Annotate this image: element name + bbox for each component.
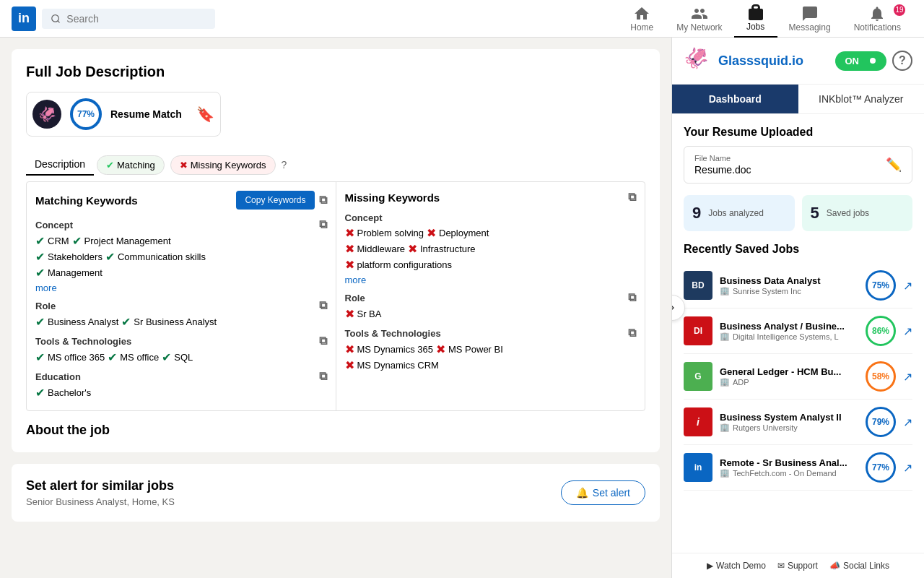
set-alert-button[interactable]: 🔔 Set alert <box>561 480 645 505</box>
missing-concept-label: Concept <box>345 212 383 223</box>
copy-icon-edu[interactable]: ⧉ <box>319 370 327 383</box>
tab-missing-keywords[interactable]: ✖ Missing Keywords <box>170 155 276 175</box>
help-icon[interactable]: ? <box>282 159 287 171</box>
company-name-2: Digital Intelligence Systems, L <box>733 332 839 341</box>
matching-edu-items: ✔ Bachelor's <box>35 386 327 400</box>
glasssquid-logo: 🦑 Glasssquid.io <box>684 46 803 75</box>
file-name: Resume.doc <box>694 164 751 176</box>
nav-messaging[interactable]: Messaging <box>777 0 842 38</box>
resume-section-title: Your Resume Uploaded <box>684 126 912 139</box>
nav-network[interactable]: My Network <box>665 0 733 38</box>
about-title: About the job <box>26 423 645 438</box>
copy-icon-missing-tools[interactable]: ⧉ <box>628 327 636 340</box>
gs-on-toggle[interactable]: ON <box>835 51 887 71</box>
toggle-switch-icon <box>862 56 876 65</box>
missing-role-items: ✖ Sr BA <box>345 307 637 321</box>
tab-matching[interactable]: ✔ Matching <box>97 155 165 175</box>
glasssquid-logo-text: Glasssquid.io <box>718 53 803 69</box>
network-icon <box>691 5 708 22</box>
job-title-5: Remote - Sr Business Anal... <box>720 457 858 468</box>
building-icon-3: 🏢 <box>720 377 730 387</box>
nav-notifications[interactable]: 19 Notifications <box>842 0 912 38</box>
matching-concept-more[interactable]: more <box>35 282 327 293</box>
match-circle-1: 75% <box>866 270 896 301</box>
glasssquid-tabs: Dashboard INKblot™ Analyzer <box>672 85 924 114</box>
social-links-button[interactable]: 📣 Social Links <box>829 561 889 571</box>
help-button[interactable]: ? <box>892 51 912 71</box>
svg-point-3 <box>870 58 876 64</box>
copy-icon-tools[interactable]: ⧉ <box>319 335 327 348</box>
external-link-3[interactable]: ↗ <box>903 370 912 384</box>
building-icon-2: 🏢 <box>720 332 730 341</box>
watch-demo-button[interactable]: ▶ Watch Demo <box>707 561 766 571</box>
svg-line-1 <box>58 20 60 22</box>
nav-jobs[interactable]: Jobs <box>734 0 777 38</box>
keywords-table: Matching Keywords Copy Keywords ⧉ Concep… <box>26 181 645 411</box>
glasssquid-squid-icon: 🦑 <box>684 46 712 75</box>
glasssquid-panel: 🦑 Glasssquid.io ON ? Dashboard INKblot™ … <box>671 38 924 578</box>
external-link-5[interactable]: ↗ <box>903 461 912 475</box>
copy-keywords-button[interactable]: Copy Keywords <box>236 191 314 210</box>
search-input[interactable] <box>66 13 206 25</box>
saved-jobs-label: Saved jobs <box>827 208 869 218</box>
job-info-4: Business System Analyst II 🏢 Rutgers Uni… <box>720 412 858 432</box>
match-circle-2: 86% <box>866 316 896 346</box>
search-icon <box>51 13 61 25</box>
tab-description[interactable]: Description <box>26 154 94 176</box>
missing-concept-item1: ✖ Problem solving ✖ Deployment <box>345 226 637 240</box>
matching-concept-item3: ✔ Management <box>35 266 327 280</box>
notification-badge: 19 <box>894 4 905 16</box>
list-item: in Remote - Sr Business Anal... 🏢 TechFe… <box>684 445 912 491</box>
matching-header: Matching Keywords <box>35 194 138 207</box>
external-link-4[interactable]: ↗ <box>903 415 912 429</box>
company-logo-job2: DI <box>684 316 712 345</box>
external-link-2[interactable]: ↗ <box>903 324 912 338</box>
resume-percent-circle: 77% <box>70 98 102 130</box>
resume-uploaded-section: Your Resume Uploaded File Name Resume.do… <box>684 126 912 184</box>
matching-concept-item: ✔ CRM ✔ Project Management <box>35 234 327 248</box>
bookmark-icon[interactable]: 🔖 <box>196 105 214 123</box>
support-button[interactable]: ✉ Support <box>777 561 818 571</box>
alert-subtitle: Senior Business Analyst, Home, KS <box>26 496 175 507</box>
stats-row: 9 Jobs analyzed 5 Saved jobs <box>684 195 912 231</box>
file-box: File Name Resume.doc ✏️ <box>684 146 912 184</box>
matching-col: Matching Keywords Copy Keywords ⧉ Concep… <box>27 182 336 410</box>
external-link-1[interactable]: ↗ <box>903 279 912 293</box>
match-circle-4: 79% <box>866 407 896 437</box>
stat-jobs-analyzed: 9 Jobs analyzed <box>684 195 795 231</box>
missing-concept-item2: ✖ Middleware ✖ Infrastructure <box>345 242 637 256</box>
missing-tools-item1: ✖ MS Dynamics 365 ✖ MS Power BI <box>345 342 637 356</box>
file-label: File Name <box>694 154 751 163</box>
missing-concept-more[interactable]: more <box>345 275 637 285</box>
job-title-4: Business System Analyst II <box>720 412 858 423</box>
left-panel: Full Job Description 🦑 77% Resume Match … <box>0 38 671 578</box>
job-info-3: General Ledger - HCM Bu... 🏢 ADP <box>720 366 858 387</box>
list-item: BD Business Data Analyst 🏢 Sunrise Syste… <box>684 263 912 309</box>
linkedin-logo[interactable]: in <box>12 7 36 31</box>
copy-icon-role[interactable]: ⧉ <box>319 299 327 312</box>
copy-icon-concept[interactable]: ⧉ <box>319 218 327 231</box>
job-info-5: Remote - Sr Business Anal... 🏢 TechFetch… <box>720 457 858 478</box>
copy-icon-matching[interactable]: ⧉ <box>319 194 327 207</box>
nav-home[interactable]: Home <box>619 0 665 38</box>
job-card-title: Full Job Description <box>26 64 645 80</box>
squid-logo-small: 🦑 <box>32 100 61 129</box>
missing-header: Missing Keywords <box>345 191 440 204</box>
building-icon-5: 🏢 <box>720 468 730 478</box>
copy-icon-missing-role[interactable]: ⧉ <box>628 291 636 304</box>
job-info-2: Business Analyst / Busine... 🏢 Digital I… <box>720 321 858 341</box>
job-title-2: Business Analyst / Busine... <box>720 321 858 332</box>
glasssquid-footer: ▶ Watch Demo ✉ Support 📣 Social Links <box>672 553 924 578</box>
building-icon-4: 🏢 <box>720 423 730 432</box>
topnav: in Home My Network Jobs Messaging 19 Not… <box>0 0 924 38</box>
chevron-right-icon <box>671 302 678 314</box>
tab-inkblot[interactable]: INKblot™ Analyzer <box>798 85 925 113</box>
list-item: i Business System Analyst II 🏢 Rutgers U… <box>684 400 912 445</box>
missing-tools-label: Tools & Technologies <box>345 328 441 339</box>
copy-icon-missing[interactable]: ⧉ <box>628 191 636 204</box>
matching-concept-label: Concept <box>35 220 73 230</box>
company-name-3: ADP <box>733 378 749 387</box>
search-bar[interactable] <box>42 9 215 29</box>
tab-dashboard[interactable]: Dashboard <box>672 85 798 113</box>
edit-resume-icon[interactable]: ✏️ <box>886 157 902 173</box>
